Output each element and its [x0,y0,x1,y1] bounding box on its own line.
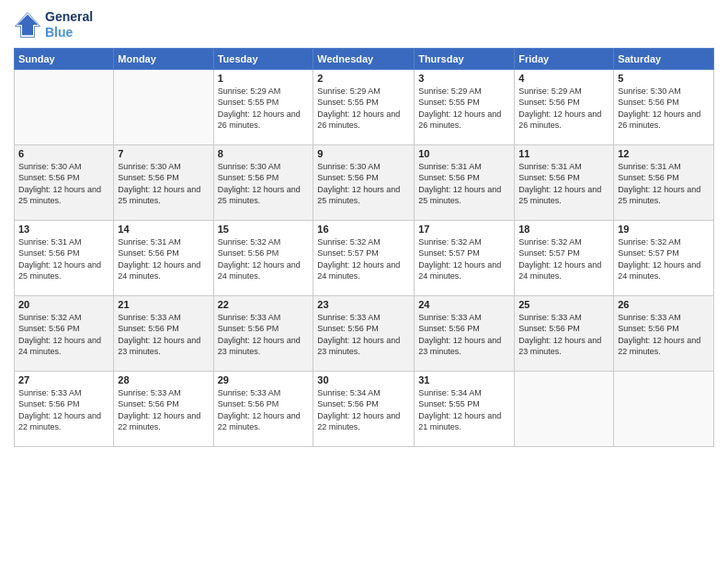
calendar-cell: 24Sunrise: 5:33 AM Sunset: 5:56 PM Dayli… [415,295,515,371]
day-info: Sunrise: 5:33 AM Sunset: 5:56 PM Dayligh… [518,312,609,358]
day-info: Sunrise: 5:33 AM Sunset: 5:56 PM Dayligh… [118,312,209,358]
day-number: 17 [418,224,510,235]
calendar-cell: 19Sunrise: 5:32 AM Sunset: 5:57 PM Dayli… [614,220,714,295]
calendar-cell: 30Sunrise: 5:34 AM Sunset: 5:56 PM Dayli… [313,371,415,446]
calendar-cell: 29Sunrise: 5:33 AM Sunset: 5:56 PM Dayli… [213,371,313,446]
weekday-header-monday: Monday [114,48,213,69]
day-info: Sunrise: 5:33 AM Sunset: 5:56 PM Dayligh… [618,312,710,358]
day-number: 23 [317,299,410,310]
calendar-cell: 26Sunrise: 5:33 AM Sunset: 5:56 PM Dayli… [614,295,714,371]
day-number: 15 [218,224,310,235]
day-info: Sunrise: 5:33 AM Sunset: 5:56 PM Dayligh… [218,312,310,358]
day-info: Sunrise: 5:29 AM Sunset: 5:55 PM Dayligh… [418,86,510,132]
calendar-cell: 13Sunrise: 5:31 AM Sunset: 5:56 PM Dayli… [15,220,114,295]
day-number: 30 [317,374,410,385]
weekday-header-tuesday: Tuesday [213,48,313,69]
day-number: 31 [418,374,510,385]
day-info: Sunrise: 5:31 AM Sunset: 5:56 PM Dayligh… [418,161,510,207]
day-info: Sunrise: 5:31 AM Sunset: 5:56 PM Dayligh… [18,236,109,282]
day-info: Sunrise: 5:32 AM Sunset: 5:57 PM Dayligh… [317,236,410,282]
day-number: 10 [418,148,510,159]
calendar-table: SundayMondayTuesdayWednesdayThursdayFrid… [14,48,714,447]
day-number: 28 [118,374,209,385]
day-info: Sunrise: 5:30 AM Sunset: 5:56 PM Dayligh… [118,161,209,207]
weekday-header-friday: Friday [515,48,614,69]
calendar-cell [614,371,714,446]
calendar-cell: 5Sunrise: 5:30 AM Sunset: 5:56 PM Daylig… [614,69,714,144]
calendar-week-row: 27Sunrise: 5:33 AM Sunset: 5:56 PM Dayli… [15,371,714,446]
day-info: Sunrise: 5:32 AM Sunset: 5:56 PM Dayligh… [218,236,310,282]
calendar-cell: 31Sunrise: 5:34 AM Sunset: 5:55 PM Dayli… [415,371,515,446]
day-number: 6 [18,148,109,159]
calendar-week-row: 20Sunrise: 5:32 AM Sunset: 5:56 PM Dayli… [15,295,714,371]
calendar-cell [114,69,213,144]
logo-icon [14,11,41,39]
calendar-cell: 21Sunrise: 5:33 AM Sunset: 5:56 PM Dayli… [114,295,213,371]
weekday-header-sunday: Sunday [15,48,114,69]
day-number: 13 [18,224,109,235]
calendar-cell: 4Sunrise: 5:29 AM Sunset: 5:56 PM Daylig… [515,69,614,144]
header: GeneralBlue [14,9,714,40]
calendar-cell: 17Sunrise: 5:32 AM Sunset: 5:57 PM Dayli… [415,220,515,295]
calendar-cell: 6Sunrise: 5:30 AM Sunset: 5:56 PM Daylig… [15,144,114,220]
calendar-week-row: 6Sunrise: 5:30 AM Sunset: 5:56 PM Daylig… [15,144,714,220]
day-number: 25 [518,299,609,310]
day-number: 12 [618,148,710,159]
calendar-cell: 16Sunrise: 5:32 AM Sunset: 5:57 PM Dayli… [313,220,415,295]
calendar-cell: 25Sunrise: 5:33 AM Sunset: 5:56 PM Dayli… [515,295,614,371]
day-info: Sunrise: 5:31 AM Sunset: 5:56 PM Dayligh… [618,161,710,207]
calendar-cell: 10Sunrise: 5:31 AM Sunset: 5:56 PM Dayli… [415,144,515,220]
day-info: Sunrise: 5:29 AM Sunset: 5:56 PM Dayligh… [518,86,609,132]
calendar-cell: 18Sunrise: 5:32 AM Sunset: 5:57 PM Dayli… [515,220,614,295]
logo-text: GeneralBlue [45,9,93,40]
day-info: Sunrise: 5:30 AM Sunset: 5:56 PM Dayligh… [18,161,109,207]
day-info: Sunrise: 5:32 AM Sunset: 5:57 PM Dayligh… [518,236,609,282]
weekday-header-saturday: Saturday [614,48,714,69]
day-number: 27 [18,374,109,385]
day-number: 18 [518,224,609,235]
day-info: Sunrise: 5:33 AM Sunset: 5:56 PM Dayligh… [118,387,209,433]
calendar-header-row: SundayMondayTuesdayWednesdayThursdayFrid… [15,48,714,69]
day-number: 9 [317,148,410,159]
day-number: 4 [518,73,609,84]
calendar-cell: 11Sunrise: 5:31 AM Sunset: 5:56 PM Dayli… [515,144,614,220]
page: GeneralBlue SundayMondayTuesdayWednesday… [0,0,728,563]
day-number: 1 [218,73,310,84]
calendar-week-row: 1Sunrise: 5:29 AM Sunset: 5:55 PM Daylig… [15,69,714,144]
day-number: 22 [218,299,310,310]
day-number: 19 [618,224,710,235]
calendar-cell [15,69,114,144]
day-number: 16 [317,224,410,235]
calendar-cell: 28Sunrise: 5:33 AM Sunset: 5:56 PM Dayli… [114,371,213,446]
day-info: Sunrise: 5:33 AM Sunset: 5:56 PM Dayligh… [18,387,109,433]
calendar-cell: 12Sunrise: 5:31 AM Sunset: 5:56 PM Dayli… [614,144,714,220]
calendar-cell: 8Sunrise: 5:30 AM Sunset: 5:56 PM Daylig… [213,144,313,220]
day-info: Sunrise: 5:31 AM Sunset: 5:56 PM Dayligh… [518,161,609,207]
day-number: 14 [118,224,209,235]
weekday-header-wednesday: Wednesday [313,48,415,69]
day-number: 29 [218,374,310,385]
day-number: 3 [418,73,510,84]
calendar-cell: 2Sunrise: 5:29 AM Sunset: 5:55 PM Daylig… [313,69,415,144]
day-info: Sunrise: 5:29 AM Sunset: 5:55 PM Dayligh… [317,86,410,132]
calendar-cell: 9Sunrise: 5:30 AM Sunset: 5:56 PM Daylig… [313,144,415,220]
calendar-cell: 27Sunrise: 5:33 AM Sunset: 5:56 PM Dayli… [15,371,114,446]
day-info: Sunrise: 5:33 AM Sunset: 5:56 PM Dayligh… [317,312,410,358]
day-info: Sunrise: 5:34 AM Sunset: 5:56 PM Dayligh… [317,387,410,433]
day-number: 8 [218,148,310,159]
day-info: Sunrise: 5:34 AM Sunset: 5:55 PM Dayligh… [418,387,510,433]
day-number: 21 [118,299,209,310]
day-number: 26 [618,299,710,310]
day-number: 7 [118,148,209,159]
calendar-cell: 23Sunrise: 5:33 AM Sunset: 5:56 PM Dayli… [313,295,415,371]
weekday-header-thursday: Thursday [415,48,515,69]
logo: GeneralBlue [14,9,93,40]
day-number: 5 [618,73,710,84]
day-number: 20 [18,299,109,310]
day-info: Sunrise: 5:30 AM Sunset: 5:56 PM Dayligh… [218,161,310,207]
day-number: 24 [418,299,510,310]
day-info: Sunrise: 5:29 AM Sunset: 5:55 PM Dayligh… [218,86,310,132]
day-info: Sunrise: 5:31 AM Sunset: 5:56 PM Dayligh… [118,236,209,282]
day-info: Sunrise: 5:33 AM Sunset: 5:56 PM Dayligh… [418,312,510,358]
calendar-cell: 3Sunrise: 5:29 AM Sunset: 5:55 PM Daylig… [415,69,515,144]
